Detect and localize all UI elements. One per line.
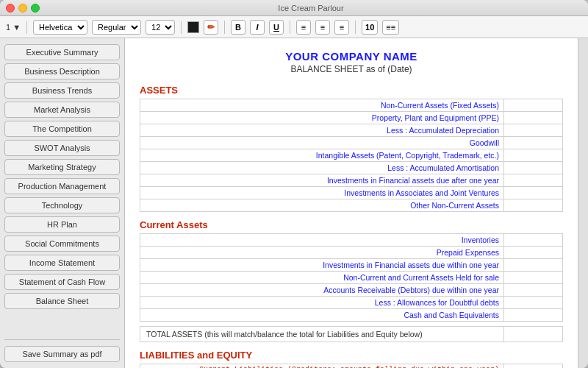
toolbar-divider-1 xyxy=(26,21,27,34)
maximize-button[interactable] xyxy=(31,4,40,13)
table-row: Intangible Assets (Patent, Copyright, Tr… xyxy=(140,149,563,162)
toolbar-divider-5 xyxy=(355,21,356,34)
sidebar-item-technology[interactable]: Technology xyxy=(4,197,120,213)
table-row: Investments in Associates and Joint Vent… xyxy=(140,187,563,199)
row-label: Property, Plant and Equipment (PPE) xyxy=(140,112,504,124)
row-value xyxy=(504,259,563,272)
table-row: Accounts Receivable (Debtors) due within… xyxy=(140,284,563,297)
app-window: Ice Cream Parlour 1 ▼ Helvetica Regular … xyxy=(0,0,588,368)
total-assets-label: TOTAL ASSETS (this will match/balance th… xyxy=(140,327,504,342)
company-name: YOUR COMPANY NAME xyxy=(140,50,563,63)
sidebar-item-executive-summary[interactable]: Executive Summary xyxy=(4,44,120,60)
total-assets-table: TOTAL ASSETS (this will match/balance th… xyxy=(140,326,563,342)
size-select[interactable]: 12 xyxy=(146,20,175,35)
row-value xyxy=(504,309,563,322)
bold-button[interactable]: B xyxy=(231,20,245,35)
row-label: Investments in Associates and Joint Vent… xyxy=(140,187,504,199)
table-row: Non-Current Assets (Fixed Assets) xyxy=(140,99,563,112)
table-row: Prepaid Expenses xyxy=(140,247,563,259)
row-value xyxy=(504,284,563,297)
color-picker[interactable] xyxy=(187,21,199,33)
row-label: Goodwill xyxy=(140,137,504,149)
total-assets-row: TOTAL ASSETS (this will match/balance th… xyxy=(140,327,563,342)
table-row: Cash and Cash Equivalents xyxy=(140,309,563,322)
more-button[interactable]: ≡≡ xyxy=(382,20,399,35)
traffic-lights xyxy=(6,4,40,13)
toolbar-divider-3 xyxy=(224,21,225,34)
row-label: Prepaid Expenses xyxy=(140,247,504,259)
font-select[interactable]: Helvetica xyxy=(33,20,87,35)
sidebar-item-business-trends[interactable]: Business Trends xyxy=(4,82,120,99)
style-select[interactable]: Regular xyxy=(92,20,141,35)
row-label: Less : Accumulated Depreciation xyxy=(140,124,504,137)
table-row: Investments in Financial assets due with… xyxy=(140,259,563,272)
row-label: Other Non-Current Assets xyxy=(140,199,504,212)
table-row: Less : Allowances for Doubtful debts xyxy=(140,297,563,309)
table-row: Less : Accumulated Amortisation xyxy=(140,162,563,174)
row-label: Less : Allowances for Doubtful debts xyxy=(140,297,504,309)
row-value xyxy=(504,364,563,369)
row-label: Non-Current and Current Assets Held for … xyxy=(140,272,504,284)
row-value xyxy=(504,162,563,174)
row-label: Cash and Cash Equivalents xyxy=(140,309,504,322)
sidebar-item-market-analysis[interactable]: Market Analysis xyxy=(4,102,120,118)
italic-button[interactable]: I xyxy=(250,20,265,35)
liabilities-table: Current Liabilities (Creditors: amounts … xyxy=(140,364,563,368)
row-label: Investments in Financial assets due with… xyxy=(140,259,504,272)
table-row: Inventories xyxy=(140,234,563,247)
minimize-button[interactable] xyxy=(18,4,27,13)
total-assets-value xyxy=(504,327,563,342)
sidebar-item-production[interactable]: Production Management xyxy=(4,178,120,194)
sidebar-item-competition[interactable]: The Competition xyxy=(4,121,120,137)
row-value xyxy=(504,272,563,284)
liabilities-heading: LIABILITIES and EQUITY xyxy=(140,350,563,361)
toolbar-divider-4 xyxy=(290,21,290,34)
scrollbar[interactable] xyxy=(578,38,588,368)
assets-heading: ASSETS xyxy=(140,85,563,96)
toolbar: 1 ▼ Helvetica Regular 12 ✏ B I U ≡ ≡ ≡ 1… xyxy=(0,16,588,38)
window-title: Ice Cream Parlour xyxy=(40,4,582,13)
row-label: Current Liabilities (Creditors: amounts … xyxy=(140,364,504,369)
table-row: Less : Accumulated Depreciation xyxy=(140,124,563,137)
table-row: Investments in Financial assets due afte… xyxy=(140,174,563,187)
save-pdf-button[interactable]: Save Summary as pdf xyxy=(4,346,120,362)
row-value xyxy=(504,247,563,259)
table-row: Other Non-Current Assets xyxy=(140,199,563,212)
sidebar: Executive Summary Business Description B… xyxy=(0,38,125,368)
row-value xyxy=(504,99,563,112)
current-assets-heading: Current Assets xyxy=(140,219,563,230)
underline-button[interactable]: U xyxy=(269,20,284,35)
sidebar-item-hr[interactable]: HR Plan xyxy=(4,216,120,233)
align-center-button[interactable]: ≡ xyxy=(315,20,330,35)
pencil-icon[interactable]: ✏ xyxy=(204,20,218,35)
row-value xyxy=(504,187,563,199)
align-right-button[interactable]: ≡ xyxy=(334,20,349,35)
sidebar-item-business-description[interactable]: Business Description xyxy=(4,63,120,79)
row-label: Accounts Receivable (Debtors) due within… xyxy=(140,284,504,297)
app-body: Executive Summary Business Description B… xyxy=(0,38,588,368)
document-content[interactable]: YOUR COMPANY NAME BALANCE SHEET as of (D… xyxy=(125,38,578,368)
doc-subtitle: BALANCE SHEET as of (Date) xyxy=(140,64,563,74)
sidebar-item-income[interactable]: Income Statement xyxy=(4,255,120,271)
sidebar-item-cashflow[interactable]: Statement of Cash Flow xyxy=(4,274,120,290)
align-left-button[interactable]: ≡ xyxy=(296,20,311,35)
close-button[interactable] xyxy=(6,4,15,13)
row-value xyxy=(504,112,563,124)
toolbar-divider-2 xyxy=(181,21,182,34)
sidebar-item-marketing[interactable]: Marketing Strategy xyxy=(4,159,120,175)
row-label: Non-Current Assets (Fixed Assets) xyxy=(140,99,504,112)
row-value xyxy=(504,174,563,187)
row-value xyxy=(504,234,563,247)
sidebar-item-social[interactable]: Social Commitments xyxy=(4,236,120,252)
sidebar-item-balance[interactable]: Balance Sheet xyxy=(4,293,120,309)
title-bar: Ice Cream Parlour xyxy=(0,0,588,16)
size2-field[interactable]: 10 xyxy=(362,20,378,35)
non-current-assets-table: Non-Current Assets (Fixed Assets) Proper… xyxy=(140,99,563,212)
sidebar-item-swot[interactable]: SWOT Analysis xyxy=(4,140,120,156)
row-label: Investments in Financial assets due afte… xyxy=(140,174,504,187)
row-label: Intangible Assets (Patent, Copyright, Tr… xyxy=(140,149,504,162)
table-row: Non-Current and Current Assets Held for … xyxy=(140,272,563,284)
current-assets-table: Inventories Prepaid Expenses Investments… xyxy=(140,233,563,322)
table-row: Goodwill xyxy=(140,137,563,149)
page-number: 1 ▼ xyxy=(6,23,21,32)
